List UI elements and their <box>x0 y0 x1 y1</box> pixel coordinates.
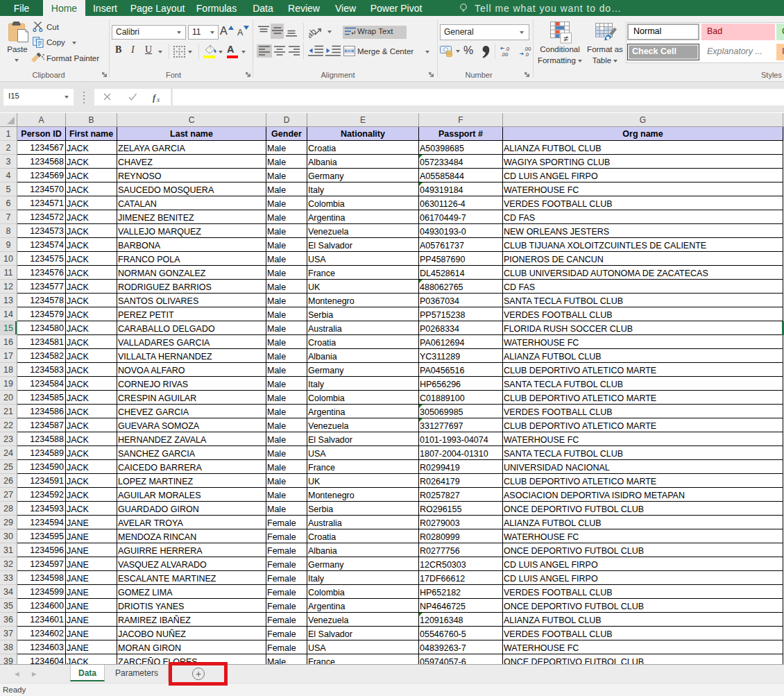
svg-text:x: x <box>156 96 160 103</box>
svg-text:≠: ≠ <box>563 33 568 44</box>
svg-text:.00: .00 <box>501 51 508 57</box>
